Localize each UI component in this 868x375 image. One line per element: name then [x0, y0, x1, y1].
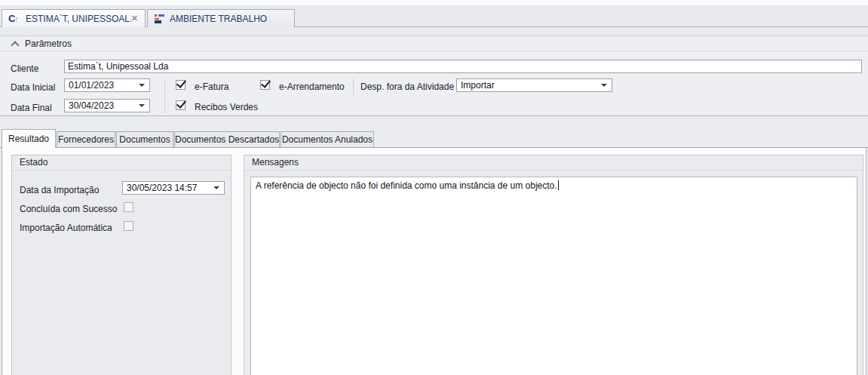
data-importacao-dropdown[interactable]: 30/05/2023 14:57 — [122, 181, 225, 195]
c-import-icon: C↑ — [8, 13, 21, 25]
estado-title: Estado — [12, 155, 231, 171]
doc-tab-ambiente-trabalho[interactable]: AMBIENTE TRABALHO — [147, 9, 295, 27]
data-final-label: Data Final — [11, 103, 52, 113]
mensagens-groupbox: Mensagens A referência de objecto não fo… — [244, 155, 863, 375]
tab-documentos-anulados[interactable]: Documentos Anulados — [281, 131, 374, 147]
document-tab-bar: C↑ ESTIMA`T, UNIPESSOAL... ✕ AMBIENTE TR… — [0, 0, 868, 27]
dropdown-arrow-icon — [601, 84, 607, 87]
tab-documentos[interactable]: Documentos — [116, 131, 173, 147]
recibos-verdes-label: Recibos Verdes — [195, 102, 258, 112]
cliente-input[interactable] — [64, 60, 862, 73]
efatura-label: e-Fatura — [195, 81, 229, 92]
concluida-sucesso-checkbox[interactable] — [124, 202, 133, 212]
data-inicial-label: Data Inicial — [11, 82, 55, 93]
dropdown-arrow-icon — [139, 84, 145, 87]
result-tab-strip: Resultado Fornecedores Documentos Docume… — [0, 117, 868, 148]
tab-documentos-descartados[interactable]: Documentos Descartados — [174, 131, 280, 147]
parametros-title: Parâmetros — [25, 38, 72, 49]
text-cursor — [558, 180, 559, 190]
dropdown-arrow-icon — [139, 104, 145, 107]
importacao-automatica-label: Importação Automática — [20, 223, 112, 233]
doc-tab-label: ESTIMA`T, UNIPESSOAL... — [26, 14, 131, 24]
parametros-panel: Parâmetros Cliente Data Inicial 01/01/20… — [0, 35, 868, 116]
parametros-header: Parâmetros — [0, 36, 868, 51]
tab-resultado[interactable]: Resultado — [2, 129, 56, 148]
desp-fora-atividade-label: Desp. fora da Atividade — [360, 81, 454, 92]
mensagens-text: A referência de objecto não foi definida… — [256, 180, 557, 191]
tab-fornecedores[interactable]: Fornecedores — [57, 131, 115, 147]
data-inicial-dropdown[interactable]: 01/01/2023 — [64, 78, 150, 92]
desp-fora-atividade-dropdown[interactable]: Importar — [456, 78, 612, 92]
earrendamento-label: e-Arrendamento — [279, 81, 345, 92]
earrendamento-checkbox[interactable] — [260, 80, 270, 90]
data-final-dropdown[interactable]: 30/04/2023 — [64, 99, 150, 112]
doc-tab-label: AMBIENTE TRABALHO — [170, 14, 267, 24]
collapse-chevron-icon[interactable] — [11, 41, 19, 49]
doc-tab-estimat[interactable]: C↑ ESTIMA`T, UNIPESSOAL... ✕ — [2, 9, 146, 27]
data-importacao-label: Data da Importação — [20, 185, 99, 195]
vertical-separator — [164, 78, 165, 113]
cliente-label: Cliente — [11, 63, 38, 74]
workspace-list-icon — [155, 14, 164, 23]
close-icon[interactable]: ✕ — [131, 14, 138, 23]
estado-groupbox: Estado Data da Importação 30/05/2023 14:… — [11, 155, 232, 375]
dropdown-arrow-icon — [213, 186, 219, 189]
resultado-page: Estado Data da Importação 30/05/2023 14:… — [2, 148, 866, 375]
mensagens-title: Mensagens — [244, 155, 863, 171]
importacao-automatica-checkbox[interactable] — [124, 221, 133, 231]
concluida-sucesso-label: Concluída com Sucesso — [20, 204, 117, 214]
mensagens-textarea[interactable]: A referência de objecto não foi definida… — [250, 177, 857, 375]
vertical-separator — [353, 78, 354, 95]
recibos-verdes-checkbox[interactable] — [176, 100, 186, 110]
efatura-checkbox[interactable] — [176, 80, 186, 90]
